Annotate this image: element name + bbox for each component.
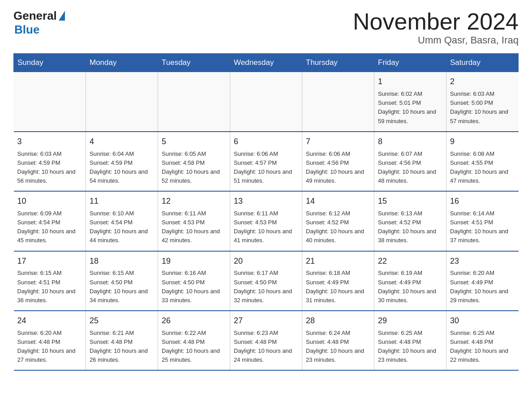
calendar-cell: 28Sunrise: 6:24 AMSunset: 4:48 PMDayligh… <box>302 311 374 370</box>
day-info: Sunrise: 6:11 AMSunset: 4:53 PMDaylight:… <box>162 209 226 245</box>
day-number: 21 <box>306 255 370 268</box>
calendar-week-row: 10Sunrise: 6:09 AMSunset: 4:54 PMDayligh… <box>14 191 519 251</box>
calendar-cell <box>14 72 86 132</box>
day-info: Sunrise: 6:03 AMSunset: 5:00 PMDaylight:… <box>450 90 515 126</box>
day-info: Sunrise: 6:11 AMSunset: 4:53 PMDaylight:… <box>234 209 298 245</box>
day-number: 9 <box>450 136 515 148</box>
calendar-cell: 26Sunrise: 6:22 AMSunset: 4:48 PMDayligh… <box>158 311 230 370</box>
logo: General Blue <box>13 9 65 37</box>
day-info: Sunrise: 6:04 AMSunset: 4:59 PMDaylight:… <box>90 150 154 186</box>
day-number: 29 <box>378 315 442 327</box>
day-info: Sunrise: 6:10 AMSunset: 4:54 PMDaylight:… <box>90 209 154 245</box>
day-info: Sunrise: 6:20 AMSunset: 4:48 PMDaylight:… <box>17 329 82 365</box>
day-number: 18 <box>90 255 154 268</box>
calendar-cell: 22Sunrise: 6:19 AMSunset: 4:49 PMDayligh… <box>374 251 446 311</box>
calendar-cell: 12Sunrise: 6:11 AMSunset: 4:53 PMDayligh… <box>158 191 230 251</box>
calendar-cell: 10Sunrise: 6:09 AMSunset: 4:54 PMDayligh… <box>14 191 86 251</box>
calendar-cell: 11Sunrise: 6:10 AMSunset: 4:54 PMDayligh… <box>86 191 158 251</box>
calendar-cell: 19Sunrise: 6:16 AMSunset: 4:50 PMDayligh… <box>158 251 230 311</box>
logo-blue: Blue <box>14 23 39 36</box>
day-number: 23 <box>450 255 515 268</box>
day-info: Sunrise: 6:25 AMSunset: 4:48 PMDaylight:… <box>450 329 515 365</box>
calendar-table: SundayMondayTuesdayWednesdayThursdayFrid… <box>13 53 519 371</box>
weekday-header-thursday: Thursday <box>302 54 374 72</box>
day-info: Sunrise: 6:06 AMSunset: 4:56 PMDaylight:… <box>306 150 370 186</box>
calendar-cell: 30Sunrise: 6:25 AMSunset: 4:48 PMDayligh… <box>446 311 519 370</box>
weekday-header-wednesday: Wednesday <box>230 54 302 72</box>
day-info: Sunrise: 6:16 AMSunset: 4:50 PMDaylight:… <box>162 269 226 305</box>
day-number: 26 <box>162 315 226 327</box>
day-info: Sunrise: 6:20 AMSunset: 4:49 PMDaylight:… <box>450 269 515 305</box>
day-number: 16 <box>450 195 515 208</box>
day-info: Sunrise: 6:06 AMSunset: 4:57 PMDaylight:… <box>234 150 298 186</box>
day-number: 3 <box>17 136 82 148</box>
day-info: Sunrise: 6:05 AMSunset: 4:58 PMDaylight:… <box>162 150 226 186</box>
day-number: 28 <box>306 315 370 327</box>
calendar-cell: 20Sunrise: 6:17 AMSunset: 4:50 PMDayligh… <box>230 251 302 311</box>
calendar-cell: 27Sunrise: 6:23 AMSunset: 4:48 PMDayligh… <box>230 311 302 370</box>
day-number: 7 <box>306 136 370 148</box>
day-number: 24 <box>17 315 82 327</box>
calendar-title: November 2024 <box>353 9 519 34</box>
calendar-cell: 16Sunrise: 6:14 AMSunset: 4:51 PMDayligh… <box>446 191 519 251</box>
logo-blue-text: Blue <box>14 23 39 37</box>
calendar-cell <box>158 72 230 132</box>
calendar-week-row: 17Sunrise: 6:15 AMSunset: 4:51 PMDayligh… <box>14 251 519 311</box>
weekday-header-friday: Friday <box>374 54 446 72</box>
calendar-cell <box>302 72 374 132</box>
day-info: Sunrise: 6:17 AMSunset: 4:50 PMDaylight:… <box>234 269 298 305</box>
day-number: 27 <box>234 315 298 327</box>
logo-general-text: General <box>13 9 57 23</box>
calendar-cell: 2Sunrise: 6:03 AMSunset: 5:00 PMDaylight… <box>446 72 519 132</box>
weekday-header-monday: Monday <box>86 54 158 72</box>
weekday-header-sunday: Sunday <box>14 54 86 72</box>
day-number: 6 <box>234 136 298 148</box>
calendar-cell: 18Sunrise: 6:15 AMSunset: 4:50 PMDayligh… <box>86 251 158 311</box>
calendar-cell: 3Sunrise: 6:03 AMSunset: 4:59 PMDaylight… <box>14 132 86 191</box>
calendar-cell: 7Sunrise: 6:06 AMSunset: 4:56 PMDaylight… <box>302 132 374 191</box>
weekday-header-saturday: Saturday <box>446 54 519 72</box>
weekday-header-tuesday: Tuesday <box>158 54 230 72</box>
calendar-week-row: 1Sunrise: 6:02 AMSunset: 5:01 PMDaylight… <box>14 72 519 132</box>
day-info: Sunrise: 6:09 AMSunset: 4:54 PMDaylight:… <box>17 209 82 245</box>
day-info: Sunrise: 6:08 AMSunset: 4:55 PMDaylight:… <box>450 150 515 186</box>
day-number: 13 <box>234 195 298 208</box>
day-number: 8 <box>378 136 442 148</box>
day-info: Sunrise: 6:25 AMSunset: 4:48 PMDaylight:… <box>378 329 442 365</box>
day-info: Sunrise: 6:02 AMSunset: 5:01 PMDaylight:… <box>378 90 442 126</box>
calendar-cell <box>230 72 302 132</box>
day-info: Sunrise: 6:12 AMSunset: 4:52 PMDaylight:… <box>306 209 370 245</box>
calendar-cell: 21Sunrise: 6:18 AMSunset: 4:49 PMDayligh… <box>302 251 374 311</box>
day-number: 15 <box>378 195 442 208</box>
day-number: 1 <box>378 76 442 88</box>
day-info: Sunrise: 6:13 AMSunset: 4:52 PMDaylight:… <box>378 209 442 245</box>
day-info: Sunrise: 6:15 AMSunset: 4:51 PMDaylight:… <box>17 269 82 305</box>
logo-general: General <box>13 9 65 23</box>
calendar-cell: 15Sunrise: 6:13 AMSunset: 4:52 PMDayligh… <box>374 191 446 251</box>
day-number: 11 <box>90 195 154 208</box>
day-info: Sunrise: 6:24 AMSunset: 4:48 PMDaylight:… <box>306 329 370 365</box>
day-number: 2 <box>450 76 515 88</box>
day-number: 17 <box>17 255 82 268</box>
day-info: Sunrise: 6:23 AMSunset: 4:48 PMDaylight:… <box>234 329 298 365</box>
day-number: 4 <box>90 136 154 148</box>
calendar-cell: 29Sunrise: 6:25 AMSunset: 4:48 PMDayligh… <box>374 311 446 370</box>
calendar-week-row: 24Sunrise: 6:20 AMSunset: 4:48 PMDayligh… <box>14 311 519 370</box>
calendar-cell: 8Sunrise: 6:07 AMSunset: 4:56 PMDaylight… <box>374 132 446 191</box>
day-number: 19 <box>162 255 226 268</box>
day-info: Sunrise: 6:15 AMSunset: 4:50 PMDaylight:… <box>90 269 154 305</box>
calendar-week-row: 3Sunrise: 6:03 AMSunset: 4:59 PMDaylight… <box>14 132 519 191</box>
day-number: 10 <box>17 195 82 208</box>
day-info: Sunrise: 6:21 AMSunset: 4:48 PMDaylight:… <box>90 329 154 365</box>
day-info: Sunrise: 6:19 AMSunset: 4:49 PMDaylight:… <box>378 269 442 305</box>
day-number: 22 <box>378 255 442 268</box>
day-number: 5 <box>162 136 226 148</box>
day-number: 12 <box>162 195 226 208</box>
day-number: 14 <box>306 195 370 208</box>
title-area: November 2024 Umm Qasr, Basra, Iraq <box>353 9 519 46</box>
calendar-cell: 9Sunrise: 6:08 AMSunset: 4:55 PMDaylight… <box>446 132 519 191</box>
calendar-cell: 14Sunrise: 6:12 AMSunset: 4:52 PMDayligh… <box>302 191 374 251</box>
calendar-cell: 6Sunrise: 6:06 AMSunset: 4:57 PMDaylight… <box>230 132 302 191</box>
calendar-cell: 25Sunrise: 6:21 AMSunset: 4:48 PMDayligh… <box>86 311 158 370</box>
day-info: Sunrise: 6:22 AMSunset: 4:48 PMDaylight:… <box>162 329 226 365</box>
